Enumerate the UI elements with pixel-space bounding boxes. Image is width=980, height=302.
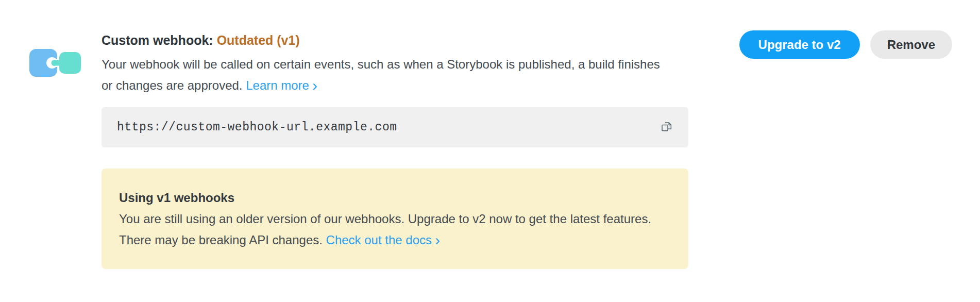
puzzle-pieces-icon xyxy=(29,42,81,79)
check-docs-link[interactable]: Check out the docs› xyxy=(326,233,440,247)
webhook-content: Custom webhook: Outdated (v1) Your webho… xyxy=(102,30,688,269)
learn-more-link[interactable]: Learn more› xyxy=(246,78,317,92)
webhook-actions: Upgrade to v2 Remove xyxy=(739,30,952,59)
webhook-title-line: Custom webhook: Outdated (v1) xyxy=(102,30,688,50)
webhook-description: Your webhook will be called on certain e… xyxy=(102,54,663,96)
copy-url-button[interactable] xyxy=(657,119,675,136)
webhook-url-value: https://custom-webhook-url.example.com xyxy=(117,121,397,134)
chevron-right-icon: › xyxy=(312,79,317,92)
copy-pages-icon xyxy=(660,121,673,135)
learn-more-label: Learn more xyxy=(246,78,309,92)
integration-icon-container xyxy=(29,42,81,81)
warning-body: You are still using an older version of … xyxy=(119,208,655,250)
webhook-status-badge: Outdated (v1) xyxy=(217,33,300,47)
webhook-url-field: https://custom-webhook-url.example.com xyxy=(102,107,688,147)
upgrade-to-v2-button[interactable]: Upgrade to v2 xyxy=(739,30,860,59)
custom-webhook-panel: Custom webhook: Outdated (v1) Your webho… xyxy=(0,0,980,269)
remove-webhook-button[interactable]: Remove xyxy=(870,30,952,59)
webhook-description-text: Your webhook will be called on certain e… xyxy=(102,57,660,92)
warning-title: Using v1 webhooks xyxy=(119,187,671,208)
webhook-title: Custom webhook: xyxy=(102,33,213,47)
check-docs-label: Check out the docs xyxy=(326,233,432,247)
chevron-right-icon: › xyxy=(435,234,440,246)
v1-warning-card: Using v1 webhooks You are still using an… xyxy=(102,169,688,269)
